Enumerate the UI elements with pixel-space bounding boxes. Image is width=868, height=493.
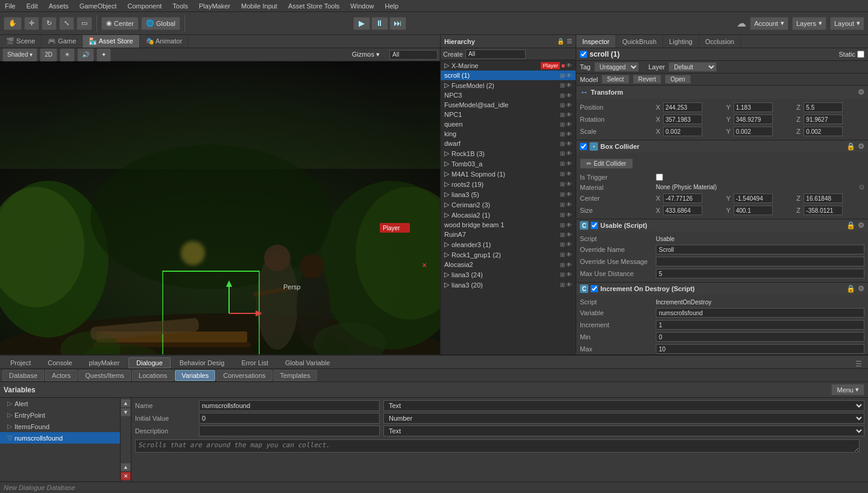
bottom-tab-project[interactable]: Project — [2, 357, 39, 368]
menu-window[interactable]: Window — [348, 2, 376, 10]
var-up-arrow-btn[interactable]: ▲ — [121, 399, 131, 407]
model-select-btn[interactable]: Select — [602, 75, 629, 84]
center-x-input[interactable]: -47.77126 — [663, 193, 702, 203]
bottom-tab-dialogue[interactable]: Dialogue — [128, 357, 170, 368]
menu-mobile-input[interactable]: Mobile Input — [239, 2, 280, 10]
tag-dropdown[interactable]: Untagged — [594, 62, 639, 72]
bottom-tab-console[interactable]: Console — [40, 357, 80, 368]
bottom-tab-global-variable[interactable]: Global Variable — [277, 357, 338, 368]
scene-search-input[interactable] — [389, 50, 438, 60]
layer-dropdown[interactable]: Default — [668, 62, 717, 72]
transform-settings-icon[interactable]: ⚙ — [858, 88, 864, 96]
increment-on-destroy-header[interactable]: C Increment On Destroy (Script) 🔒 ⚙ — [576, 283, 868, 295]
mode-2d-btn[interactable]: 2D — [40, 48, 57, 61]
usable-settings-icon[interactable]: ⚙ — [858, 221, 864, 230]
form-name-type-select[interactable]: Text — [383, 400, 864, 411]
inc-max-input[interactable]: 10 — [656, 344, 864, 354]
sub-tab-locations[interactable]: Locations — [132, 370, 174, 381]
center-toggle-btn[interactable]: ◉ Center — [101, 17, 139, 30]
hier-item-wood-bridge[interactable]: wood bridge beam 1 ⊞👁 — [441, 220, 576, 230]
hier-item-liana3-5[interactable]: ▷liana3 (5) ⊞👁 — [441, 189, 576, 199]
menu-asset-store-tools[interactable]: Asset Store Tools — [286, 2, 342, 10]
hier-item-ceriman2[interactable]: ▷Ceriman2 (3) ⊞👁 — [441, 199, 576, 210]
model-open-btn[interactable]: Open — [665, 75, 690, 84]
menu-help[interactable]: Help — [382, 2, 401, 10]
effects-btn[interactable]: ✦ — [96, 48, 111, 61]
bottom-panel-menu-icon[interactable]: ☰ — [852, 360, 866, 368]
global-toggle-btn[interactable]: 🌐 Global — [141, 17, 180, 30]
var-items-found[interactable]: ▷ ItemsFound — [0, 421, 120, 432]
var-remove-btn[interactable]: ✕ — [121, 472, 131, 480]
edit-collider-btn[interactable]: ✏ Edit Collider — [580, 159, 633, 169]
center-z-input[interactable]: 16.61848 — [804, 193, 843, 203]
hier-item-liana3-24[interactable]: ▷liana3 (24) ⊞👁 — [441, 269, 576, 280]
layers-dropdown[interactable]: Layers ▾ — [792, 17, 826, 30]
var-alert[interactable]: ▷ Alert — [0, 398, 120, 409]
tab-inspector[interactable]: Inspector — [576, 35, 616, 48]
rotation-z-input[interactable]: 91.9627 — [804, 115, 843, 124]
var-down-arrow-btn[interactable]: ▼ — [121, 408, 131, 416]
scale-x-input[interactable]: 0.002 — [663, 127, 702, 136]
transform-header[interactable]: ↔ Transform ⚙ — [576, 86, 868, 99]
scene-tab-game[interactable]: 🎮 Game — [42, 35, 83, 48]
static-checkbox[interactable] — [857, 51, 864, 58]
menu-assets[interactable]: Assets — [46, 2, 71, 10]
material-expand-icon[interactable]: ⊙ — [859, 183, 864, 191]
sub-tab-templates[interactable]: Templates — [274, 370, 317, 381]
hier-create-btn[interactable]: Create — [443, 51, 463, 58]
center-y-input[interactable]: -1.540494 — [734, 193, 773, 203]
hier-item-alocasia2-1[interactable]: ▷Alocasia2 (1) ⊞👁 — [441, 210, 576, 220]
inc-min-input[interactable]: 0 — [656, 332, 864, 342]
bottom-tab-behavior-desig[interactable]: Behavior Desig — [172, 357, 233, 368]
hand-tool-btn[interactable]: ✋ — [4, 17, 22, 30]
size-z-input[interactable]: -358.0121 — [804, 206, 843, 215]
rotation-y-input[interactable]: 348.9279 — [734, 115, 773, 124]
box-collider-lock-icon[interactable]: 🔒 — [846, 142, 855, 151]
scene-tab-asset-store[interactable]: 🏪 Asset Store — [83, 35, 139, 48]
menu-playmaker[interactable]: PlayMaker — [197, 2, 233, 10]
variables-menu-btn[interactable]: Menu ▾ — [831, 384, 864, 395]
bottom-tab-playmaker[interactable]: playMaker — [81, 357, 128, 368]
form-initial-value-input[interactable]: 0 — [199, 413, 380, 424]
size-y-input[interactable]: 400.1 — [734, 206, 773, 215]
position-z-input[interactable]: 5.5 — [804, 102, 843, 112]
tab-quickbrush[interactable]: QuickBrush — [616, 35, 663, 48]
hier-item-oleander3[interactable]: ▷oleander3 (1) ⊞👁 — [441, 239, 576, 250]
position-y-input[interactable]: 1.183 — [734, 102, 773, 112]
form-textarea[interactable]: Scrolls that are around the map you can … — [135, 439, 860, 453]
hier-item-fusemodel-2[interactable]: ▷FuseModel (2) ⊞👁 — [441, 80, 576, 90]
sub-tab-actors[interactable]: Actors — [45, 370, 77, 381]
move-tool-btn[interactable]: ✛ — [24, 17, 39, 30]
hier-item-fusemodel-sad[interactable]: FuseModel@sad_idle ⊞👁 — [441, 100, 576, 110]
inc-variable-input[interactable]: numscrollsfound — [656, 308, 864, 318]
rotation-x-input[interactable]: 357.1983 — [663, 115, 702, 124]
hier-item-npc1[interactable]: NPC1 ⊞👁 — [441, 110, 576, 119]
play-btn[interactable]: ▶ — [353, 17, 370, 30]
usable-script-header[interactable]: C Usable (Script) 🔒 ⚙ — [576, 219, 868, 231]
object-active-checkbox[interactable] — [580, 51, 587, 58]
hierarchy-settings-icon[interactable]: ☰ — [567, 38, 572, 45]
position-x-input[interactable]: 244.253 — [663, 102, 702, 112]
hier-item-m4a1[interactable]: ▷M4A1 Sopmod (1) ⊞👁 — [441, 169, 576, 179]
hier-item-king[interactable]: king ⊞👁 — [441, 129, 576, 139]
scene-tab-scene[interactable]: 🎬 Scene — [0, 35, 42, 48]
layout-dropdown[interactable]: Layout ▾ — [830, 17, 864, 30]
menu-file[interactable]: File — [2, 2, 18, 10]
form-initial-type-select[interactable]: Number — [383, 413, 864, 424]
var-entry-point[interactable]: ▷ EntryPoint — [0, 409, 120, 421]
pause-btn[interactable]: ⏸ — [371, 17, 388, 30]
sub-tab-database[interactable]: Database — [2, 370, 44, 381]
form-name-input[interactable]: numscrollsfound — [199, 400, 380, 411]
hier-item-ruina7[interactable]: RuinA7 ⊞👁 — [441, 230, 576, 239]
hierarchy-lock-icon[interactable]: 🔒 — [557, 38, 564, 45]
usable-lock-icon[interactable]: 🔒 — [846, 221, 855, 230]
scale-y-input[interactable]: 0.002 — [734, 127, 773, 136]
hier-item-tomb[interactable]: ▷Tomb03_a ⊞👁 — [441, 159, 576, 169]
sub-tab-variables[interactable]: Variables — [175, 370, 215, 381]
light-btn[interactable]: ☀ — [60, 48, 75, 61]
hier-item-queen[interactable]: queen ⊞👁 — [441, 119, 576, 129]
model-revert-btn[interactable]: Revert — [633, 75, 661, 84]
bottom-tab-error-list[interactable]: Error List — [233, 357, 276, 368]
form-desc-type-select[interactable]: Text — [383, 425, 864, 436]
menu-edit[interactable]: Edit — [24, 2, 40, 10]
